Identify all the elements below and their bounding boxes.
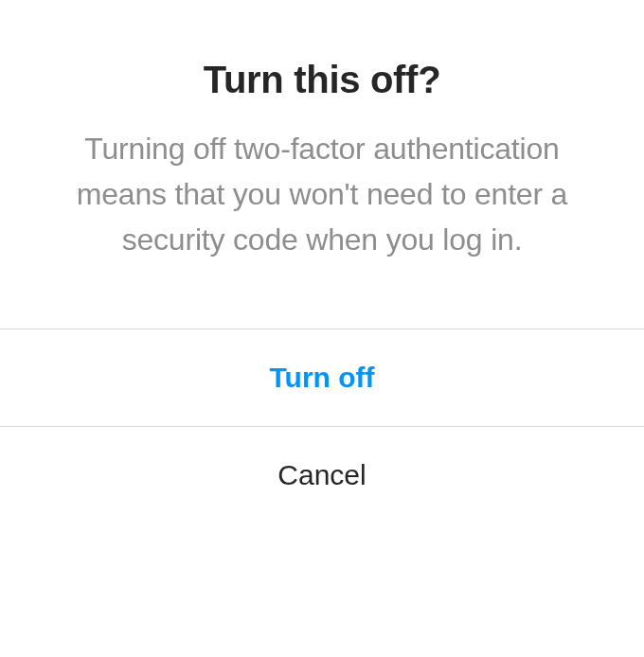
confirmation-dialog: Turn this off? Turning off two-factor au… xyxy=(0,0,644,533)
dialog-actions: Turn off Cancel xyxy=(0,328,644,533)
dialog-header: Turn this off? xyxy=(0,0,644,113)
turn-off-button[interactable]: Turn off xyxy=(0,328,644,426)
dialog-body: Turning off two-factor authentica­tion m… xyxy=(0,113,644,328)
cancel-button[interactable]: Cancel xyxy=(0,426,644,533)
dialog-title: Turn this off? xyxy=(0,59,644,101)
dialog-message: Turning off two-factor authentica­tion m… xyxy=(36,126,608,262)
